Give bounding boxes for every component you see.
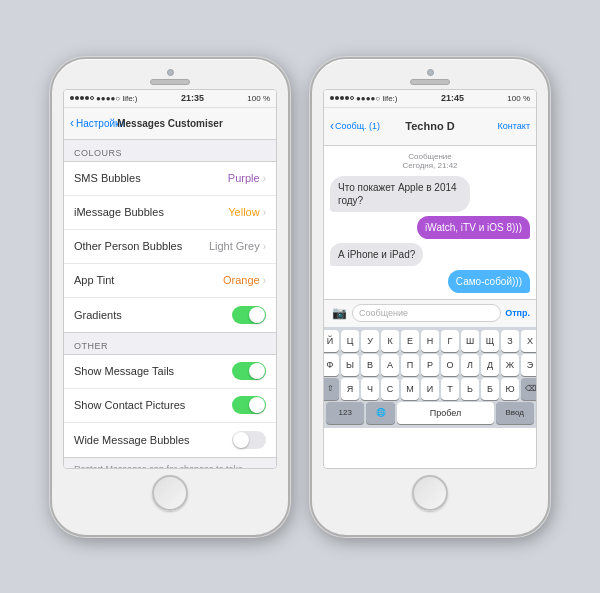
status-left: ●●●●○ life:) [70,94,138,103]
key-ц[interactable]: Ц [341,330,359,352]
status-bar: ●●●●○ life:) 21:35 100 % [64,90,276,108]
key-р[interactable]: Р [421,354,439,376]
kb-row-2: Ф Ы В А П Р О Л Д Ж Э [326,354,534,376]
carrier-label-2: ●●●●○ life:) [356,94,398,103]
battery-label: 100 % [247,94,270,103]
key-space[interactable]: Пробел [397,402,493,424]
gradients-toggle[interactable] [232,306,266,324]
messages-container: Сообщение Сегодня, 21:42 Что покажет App… [324,146,536,428]
settings-footer: Restart Messages.app for changes to take… [64,458,276,469]
sms-bubbles-row[interactable]: SMS Bubbles Purple › [64,162,276,196]
home-button-2[interactable] [412,475,448,511]
key-л[interactable]: Л [461,354,479,376]
key-ь[interactable]: Ь [461,378,479,400]
gradients-label: Gradients [74,309,122,321]
app-tint-row[interactable]: App Tint Orange › [64,264,276,298]
key-ж[interactable]: Ж [501,354,519,376]
key-ю[interactable]: Ю [501,378,519,400]
key-й[interactable]: Й [324,330,339,352]
bubble-2: iWatch, iTV и iOS 8))) [417,216,530,239]
key-delete[interactable]: ⌫ [521,378,536,400]
key-д[interactable]: Д [481,354,499,376]
dot3-2 [340,96,344,100]
nav-title: Messages Customiser [117,117,223,129]
chevron-other: › [263,241,266,252]
key-н[interactable]: Н [421,330,439,352]
app-tint-value: Orange › [223,274,266,286]
show-contact-row[interactable]: Show Contact Pictures [64,389,276,423]
time-label: 21:35 [181,93,204,103]
toggle-knob-gradients [249,307,265,323]
dot1 [70,96,74,100]
signal-dots [70,96,94,100]
key-о[interactable]: О [441,354,459,376]
other-bubbles-val: Light Grey [209,240,260,252]
key-я[interactable]: Я [341,378,359,400]
show-tails-row[interactable]: Show Message Tails [64,355,276,389]
key-б[interactable]: Б [481,378,499,400]
key-123[interactable]: 123 [326,402,364,424]
send-button[interactable]: Отпр. [505,308,530,318]
key-щ[interactable]: Щ [481,330,499,352]
key-х[interactable]: Х [521,330,536,352]
key-ы[interactable]: Ы [341,354,359,376]
key-а[interactable]: А [381,354,399,376]
key-м[interactable]: М [401,378,419,400]
status-right-2: 100 % [507,94,530,103]
keyboard: Й Ц У К Е Н Г Ш Щ З Х Ф Ы В А П [324,327,536,428]
message-row-2: iWatch, iTV и iOS 8))) [330,216,530,239]
back-chevron-2: ‹ [330,119,334,133]
message-row-3: А iPhone и iPad? [330,243,530,266]
dot4 [85,96,89,100]
back-label-2: Сообщ. (1) [335,121,380,131]
show-contact-toggle[interactable] [232,396,266,414]
key-п[interactable]: П [401,354,419,376]
bubble-1: Что покажет Apple в 2014 году? [330,176,470,212]
back-chevron: ‹ [70,116,74,130]
status-bar-2: ●●●●○ life:) 21:45 100 % [324,90,536,108]
imessage-bubbles-label: iMessage Bubbles [74,206,164,218]
key-г[interactable]: Г [441,330,459,352]
dot1-2 [330,96,334,100]
front-camera-2 [427,69,434,76]
colours-group: SMS Bubbles Purple › iMessage Bubbles Ye… [64,161,276,333]
key-з[interactable]: З [501,330,519,352]
status-left-2: ●●●●○ life:) [330,94,398,103]
key-т[interactable]: Т [441,378,459,400]
speaker [150,79,190,85]
key-return[interactable]: Ввод [496,402,534,424]
key-е[interactable]: Е [401,330,419,352]
key-к[interactable]: К [381,330,399,352]
message-input-field[interactable]: Сообщение [352,304,501,322]
key-у[interactable]: У [361,330,379,352]
imessage-bubbles-row[interactable]: iMessage Bubbles Yellow › [64,196,276,230]
front-camera [167,69,174,76]
other-bubbles-row[interactable]: Other Person Bubbles Light Grey › [64,230,276,264]
nav-bar-settings: ‹ Настройки Messages Customiser [64,108,276,140]
battery-label-2: 100 % [507,94,530,103]
gradients-row[interactable]: Gradients [64,298,276,332]
key-ч[interactable]: Ч [361,378,379,400]
phone-messages: ●●●●○ life:) 21:45 100 % ‹ Сообщ. (1) Te… [310,57,550,537]
kb-row-bottom: 123 🌐 Пробел Ввод [326,402,534,424]
key-с[interactable]: С [381,378,399,400]
key-shift[interactable]: ⇧ [324,378,339,400]
toggle-knob-tails [249,363,265,379]
camera-button[interactable]: 📷 [330,304,348,322]
key-и[interactable]: И [421,378,439,400]
wide-bubbles-label: Wide Message Bubbles [74,434,190,446]
wide-bubbles-row[interactable]: Wide Message Bubbles [64,423,276,457]
key-ф[interactable]: Ф [324,354,339,376]
messages-back-button[interactable]: ‹ Сообщ. (1) [330,119,380,133]
contact-link[interactable]: Контакт [498,121,530,131]
key-в[interactable]: В [361,354,379,376]
show-tails-toggle[interactable] [232,362,266,380]
key-ш[interactable]: Ш [461,330,479,352]
key-globe[interactable]: 🌐 [366,402,395,424]
key-э[interactable]: Э [521,354,536,376]
toggle-knob-contact [249,397,265,413]
home-button-1[interactable] [152,475,188,511]
screen-messages: ●●●●○ life:) 21:45 100 % ‹ Сообщ. (1) Te… [323,89,537,469]
input-placeholder: Сообщение [359,308,408,318]
wide-bubbles-toggle[interactable] [232,431,266,449]
